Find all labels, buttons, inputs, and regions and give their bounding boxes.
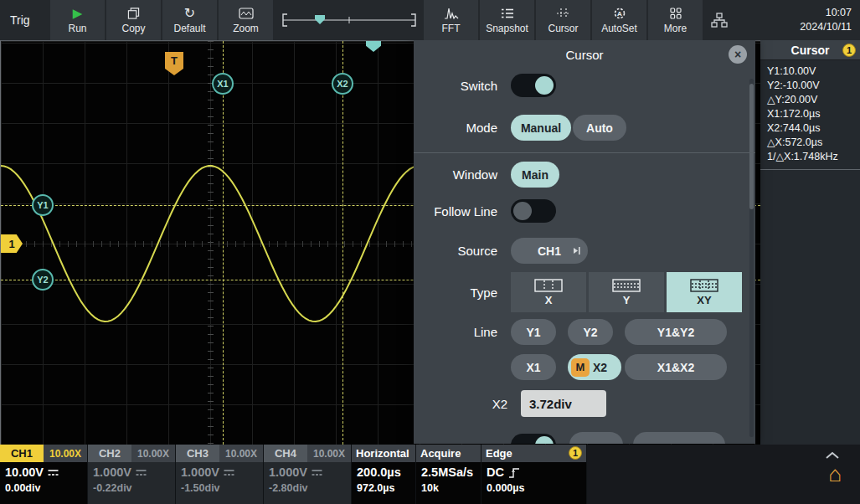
trigger-level-value: 0.000µs xyxy=(487,482,581,494)
close-icon[interactable]: × xyxy=(729,45,747,64)
cursor-button[interactable]: Cursor xyxy=(536,0,590,40)
results-header[interactable]: Cursor 1 xyxy=(760,40,860,60)
mode-auto-button[interactable]: Auto xyxy=(573,115,626,141)
cursor-label: Cursor xyxy=(548,23,578,34)
cursor-x1-handle[interactable]: X1 xyxy=(212,73,234,95)
ch2-status-block[interactable]: CH2 10.00X 1.000V -0.22div xyxy=(88,445,175,504)
default-button[interactable]: ↻ Default xyxy=(162,0,217,40)
results-title: Cursor xyxy=(791,44,830,57)
ch3-status-block[interactable]: CH3 10.00X 1.000V -1.50div xyxy=(176,445,263,504)
type-y-icon xyxy=(612,279,641,292)
cursor-line-x2[interactable] xyxy=(342,41,343,445)
run-button[interactable]: ▶ Run xyxy=(50,0,105,40)
cursor-line-x1[interactable] xyxy=(223,41,224,445)
ch3-offset: -1.50div xyxy=(181,482,258,494)
ch4-offset: -2.80div xyxy=(269,482,346,494)
mode-label: Mode xyxy=(414,121,497,135)
window-main-button[interactable]: Main xyxy=(511,162,559,188)
cursor-y1-handle[interactable]: Y1 xyxy=(32,194,54,216)
result-item: 1/△X:1.748kHz xyxy=(760,150,860,164)
more-button[interactable]: More xyxy=(648,0,703,40)
dialog-scrollbar-thumb[interactable] xyxy=(749,84,754,209)
cursor-results-panel: Cursor 1 Y1:10.00V Y2:-10.00V △Y:20.00V … xyxy=(760,40,860,445)
results-channel-badge: 1 xyxy=(842,44,856,57)
home-icon[interactable]: ⌂ xyxy=(828,463,842,485)
horizontal-status-block[interactable]: Horizontal 200.0µs 972.0µs xyxy=(352,445,415,504)
copy-label: Copy xyxy=(121,23,145,34)
snapshot-button[interactable]: Snapshot xyxy=(480,0,534,40)
dialog-title: Cursor xyxy=(414,48,755,62)
autoset-button[interactable]: A AutoSet xyxy=(592,0,646,40)
ch2-name: CH2 xyxy=(88,445,131,462)
cursor-x2-handle[interactable]: X2 xyxy=(332,73,353,95)
zoom-icon xyxy=(239,7,254,20)
time-text: 10:07 xyxy=(826,6,852,20)
acquire-status-block[interactable]: Acquire 2.5MSa/s 10k xyxy=(416,445,481,504)
horizontal-position-indicator[interactable] xyxy=(281,11,417,29)
ch1-probe: 10.00X xyxy=(44,445,87,462)
chevron-up-icon[interactable] xyxy=(825,451,840,460)
cursor-y2-handle[interactable]: Y2 xyxy=(32,269,54,291)
type-xy-button[interactable]: XY xyxy=(667,272,742,312)
manual-m-badge: M xyxy=(571,358,590,377)
x2-value-input[interactable]: 3.72div xyxy=(521,390,606,417)
follow-line-toggle[interactable] xyxy=(511,199,556,223)
status-bar: CH1 10.00X 10.00V 0.00div CH2 10.00X 1.0… xyxy=(0,445,860,504)
svg-text:A: A xyxy=(617,10,622,18)
cursor-dialog: Cursor × Switch Mode Manual Auto Window … xyxy=(414,40,755,444)
ch4-status-block[interactable]: CH4 10.00X 1.000V -2.80div xyxy=(264,445,351,504)
result-item: Y1:10.00V xyxy=(760,64,860,79)
fft-label: FFT xyxy=(442,23,461,34)
clipped-pill[interactable] xyxy=(569,432,623,444)
snapshot-label: Snapshot xyxy=(486,23,528,34)
trigger-level-flag[interactable]: T xyxy=(165,52,183,69)
fft-button[interactable]: FFT xyxy=(424,0,478,40)
ch1-trace xyxy=(1,166,423,321)
source-select[interactable]: CH1 xyxy=(511,238,588,264)
line-y2-button[interactable]: Y2 xyxy=(568,319,613,345)
ch3-volts: 1.000V xyxy=(181,465,219,480)
type-xy-icon xyxy=(690,279,718,292)
trig-menu[interactable]: Trig xyxy=(0,0,50,40)
dialog-divider xyxy=(414,152,755,153)
clipped-pill[interactable] xyxy=(633,432,725,444)
type-y-button[interactable]: Y xyxy=(589,272,664,312)
type-xy-label: XY xyxy=(697,294,711,306)
trigger-coupling: DC xyxy=(487,465,504,480)
copy-button[interactable]: Copy xyxy=(106,0,161,40)
x2-field-label: X2 xyxy=(414,397,507,411)
source-label: Source xyxy=(414,244,497,258)
sample-rate-value: 2.5MSa/s xyxy=(421,465,476,480)
top-bar: Trig ▶ Run Copy ↻ Default Zoom xyxy=(0,0,860,40)
ch2-probe: 10.00X xyxy=(131,445,175,462)
type-x-label: X xyxy=(545,294,553,306)
date-text: 2024/10/11 xyxy=(800,20,852,34)
snapshot-icon xyxy=(501,7,514,20)
trig-label: Trig xyxy=(10,13,30,27)
type-x-button[interactable]: X xyxy=(511,272,586,312)
ch3-name: CH3 xyxy=(176,445,219,462)
cursor-switch-toggle[interactable] xyxy=(511,74,556,97)
line-y1-button[interactable]: Y1 xyxy=(511,319,556,345)
ch2-volts: 1.000V xyxy=(93,465,131,480)
mode-manual-button[interactable]: Manual xyxy=(511,115,571,141)
acquire-title: Acquire xyxy=(420,447,461,460)
clipped-toggle[interactable] xyxy=(511,434,556,445)
line-x2-button[interactable]: M X2 xyxy=(568,354,621,380)
ch1-name: CH1 xyxy=(0,445,44,462)
rising-edge-icon xyxy=(508,467,520,479)
line-x1-button[interactable]: X1 xyxy=(511,354,556,380)
type-label: Type xyxy=(414,285,497,300)
line-label: Line xyxy=(414,325,497,339)
default-label: Default xyxy=(173,23,205,34)
dc-coupling-icon xyxy=(48,469,59,476)
switch-label: Switch xyxy=(414,79,497,93)
topology-button[interactable] xyxy=(704,0,734,40)
zoom-button[interactable]: Zoom xyxy=(219,0,273,40)
line-y1y2-button[interactable]: Y1&Y2 xyxy=(625,319,727,345)
ch4-volts: 1.000V xyxy=(269,465,307,480)
trigger-status-block[interactable]: Edge 1 DC 0.000µs xyxy=(481,445,586,504)
line-x1x2-button[interactable]: X1&X2 xyxy=(625,354,727,380)
ch1-status-block[interactable]: CH1 10.00X 10.00V 0.00div xyxy=(0,445,87,504)
copy-icon xyxy=(127,7,140,20)
